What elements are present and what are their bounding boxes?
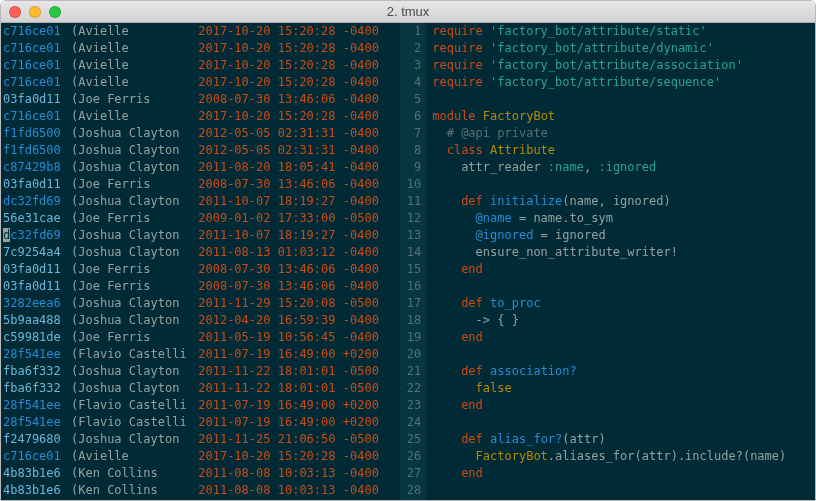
paren-open: ( <box>71 108 78 125</box>
titlebar[interactable]: 2. tmux <box>1 1 815 23</box>
commit-date: 2011-10-07 18:19:27 -0400 <box>198 227 400 244</box>
line-number: 27 <box>400 465 421 482</box>
code-line: false <box>432 380 786 397</box>
paren-open: ( <box>71 176 78 193</box>
commit-author: Joshua Clayton <box>78 227 198 244</box>
line-number: 24 <box>400 414 421 431</box>
code-line: def to_proc <box>432 295 786 312</box>
code-line <box>432 91 786 108</box>
line-number: 20 <box>400 346 421 363</box>
line-number: 3 <box>400 57 421 74</box>
blame-row: c59981de(Joe Ferris2011-05-19 10:56:45 -… <box>3 329 400 346</box>
line-number: 15 <box>400 261 421 278</box>
code-line: require 'factory_bot/attribute/static' <box>432 23 786 40</box>
commit-hash: 03fa0d11 <box>3 176 71 193</box>
code-line: end <box>432 397 786 414</box>
line-number: 18 <box>400 312 421 329</box>
paren-open: ( <box>71 312 78 329</box>
paren-open: ( <box>71 295 78 312</box>
commit-hash: 56e31cae <box>3 210 71 227</box>
terminal-viewport[interactable]: c716ce01(Avielle2017-10-20 15:20:28 -040… <box>1 23 815 501</box>
blame-row: 03fa0d11(Joe Ferris2008-07-30 13:46:06 -… <box>3 278 400 295</box>
line-number: 16 <box>400 278 421 295</box>
code-line: # @api private <box>432 125 786 142</box>
commit-author: Avielle <box>78 448 198 465</box>
blame-row: 5b9aa488(Joshua Clayton2012-04-20 16:59:… <box>3 312 400 329</box>
commit-author: Joshua Clayton <box>78 244 198 261</box>
commit-author: Joshua Clayton <box>78 431 198 448</box>
commit-date: 2017-10-20 15:20:28 -0400 <box>198 448 400 465</box>
paren-open: ( <box>71 142 78 159</box>
commit-author: Joe Ferris <box>78 176 198 193</box>
paren-open: ( <box>71 125 78 142</box>
commit-date: 2011-07-19 16:49:00 +0200 <box>198 414 400 431</box>
commit-hash: c716ce01 <box>3 40 71 57</box>
paren-open: ( <box>71 414 78 431</box>
commit-hash: c716ce01 <box>3 57 71 74</box>
commit-date: 2011-11-22 18:01:01 -0500 <box>198 363 400 380</box>
commit-author: Flavio Castelli <box>78 397 198 414</box>
code-line: require 'factory_bot/attribute/sequence' <box>432 74 786 91</box>
line-number: 8 <box>400 142 421 159</box>
blame-row: c716ce01(Avielle2017-10-20 15:20:28 -040… <box>3 448 400 465</box>
commit-author: Joshua Clayton <box>78 193 198 210</box>
code-pane: require 'factory_bot/attribute/static're… <box>426 23 786 501</box>
blame-row: 56e31cae(Joe Ferris2009-01-02 17:33:00 -… <box>3 210 400 227</box>
commit-date: 2012-05-05 02:31:31 -0400 <box>198 125 400 142</box>
blame-row: f2479680(Joshua Clayton2011-11-25 21:06:… <box>3 431 400 448</box>
code-line <box>432 278 786 295</box>
code-line: -> { } <box>432 312 786 329</box>
commit-hash: 4b83b1e6 <box>3 482 71 499</box>
commit-date: 2017-10-20 15:20:28 -0400 <box>198 57 400 74</box>
blame-row: 03fa0d11(Joe Ferris2008-07-30 13:46:06 -… <box>3 176 400 193</box>
commit-date: 2011-08-08 10:03:13 -0400 <box>198 465 400 482</box>
commit-author: Joshua Clayton <box>78 142 198 159</box>
commit-hash: 7c9254a4 <box>3 244 71 261</box>
paren-open: ( <box>71 261 78 278</box>
line-number: 23 <box>400 397 421 414</box>
blame-row: 28f541ee(Flavio Castelli2011-07-19 16:49… <box>3 414 400 431</box>
commit-hash: 03fa0d11 <box>3 91 71 108</box>
line-number: 22 <box>400 380 421 397</box>
commit-date: 2011-10-07 18:19:27 -0400 <box>198 193 400 210</box>
blame-row: c716ce01(Avielle2017-10-20 15:20:28 -040… <box>3 108 400 125</box>
line-number: 26 <box>400 448 421 465</box>
blame-row: 3282eea6(Joshua Clayton2011-11-29 15:20:… <box>3 295 400 312</box>
code-line: ensure_non_attribute_writer! <box>432 244 786 261</box>
code-line: @name = name.to_sym <box>432 210 786 227</box>
commit-date: 2009-01-02 17:33:00 -0500 <box>198 210 400 227</box>
line-number: 9 <box>400 159 421 176</box>
commit-author: Joshua Clayton <box>78 125 198 142</box>
line-number: 1 <box>400 23 421 40</box>
paren-open: ( <box>71 397 78 414</box>
commit-author: Avielle <box>78 23 198 40</box>
paren-open: ( <box>71 380 78 397</box>
commit-hash: c716ce01 <box>3 74 71 91</box>
blame-row: 28f541ee(Flavio Castelli2011-07-19 16:49… <box>3 397 400 414</box>
commit-author: Joshua Clayton <box>78 380 198 397</box>
code-line: @ignored = ignored <box>432 227 786 244</box>
blame-row: c716ce01(Avielle2017-10-20 15:20:28 -040… <box>3 74 400 91</box>
commit-hash: c716ce01 <box>3 23 71 40</box>
paren-open: ( <box>71 363 78 380</box>
code-line <box>432 414 786 431</box>
commit-hash: dc32fd69 <box>3 193 71 210</box>
commit-author: Joe Ferris <box>78 210 198 227</box>
blame-row: fba6f332(Joshua Clayton2011-11-22 18:01:… <box>3 363 400 380</box>
paren-open: ( <box>71 23 78 40</box>
commit-author: Joshua Clayton <box>78 312 198 329</box>
paren-open: ( <box>71 244 78 261</box>
paren-open: ( <box>71 346 78 363</box>
code-line: require 'factory_bot/attribute/dynamic' <box>432 40 786 57</box>
commit-author: Joshua Clayton <box>78 295 198 312</box>
blame-row: 03fa0d11(Joe Ferris2008-07-30 13:46:06 -… <box>3 91 400 108</box>
blame-row: 4b83b1e6(Ken Collins2011-08-08 10:03:13 … <box>3 465 400 482</box>
line-number: 6 <box>400 108 421 125</box>
code-line: def association? <box>432 363 786 380</box>
commit-date: 2017-10-20 15:20:28 -0400 <box>198 40 400 57</box>
commit-author: Joshua Clayton <box>78 363 198 380</box>
commit-author: Flavio Castelli <box>78 414 198 431</box>
blame-row: f1fd6500(Joshua Clayton2012-05-05 02:31:… <box>3 142 400 159</box>
commit-date: 2011-07-19 16:49:00 +0200 <box>198 397 400 414</box>
blame-row: c716ce01(Avielle2017-10-20 15:20:28 -040… <box>3 40 400 57</box>
